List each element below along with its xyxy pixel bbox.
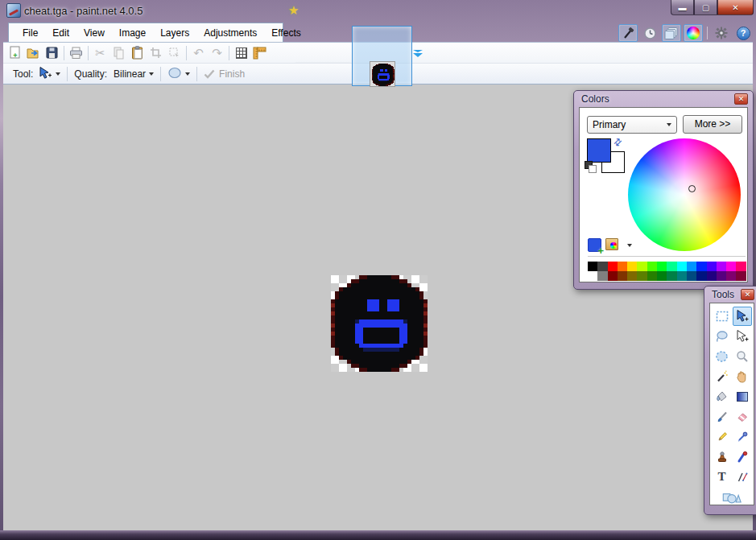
- palette-menu-arrow[interactable]: [627, 244, 632, 247]
- tool-zoom[interactable]: [733, 347, 752, 366]
- menu-file[interactable]: File: [15, 25, 45, 41]
- palette-swatch[interactable]: [736, 262, 746, 271]
- settings-button[interactable]: [712, 24, 731, 42]
- color-wheel-cursor[interactable]: [688, 185, 696, 192]
- menu-image[interactable]: Image: [112, 25, 153, 41]
- swap-colors-icon[interactable]: ⇅: [611, 135, 625, 149]
- selection-mode-dropdown-arrow[interactable]: [185, 72, 190, 76]
- paste-button[interactable]: [128, 44, 147, 62]
- colors-panel-titlebar[interactable]: Colors ✕: [574, 91, 753, 107]
- finish-button[interactable]: Finish: [204, 68, 245, 80]
- print-button[interactable]: [67, 44, 85, 62]
- tool-text[interactable]: T: [713, 468, 732, 487]
- palette-swatch[interactable]: [657, 262, 667, 271]
- palette-swatch[interactable]: [677, 271, 687, 281]
- palette-swatch[interactable]: [627, 271, 637, 281]
- quality-dropdown-arrow[interactable]: [149, 72, 154, 76]
- pixel-grid-button[interactable]: [232, 44, 250, 62]
- tool-paint-bucket[interactable]: [713, 387, 732, 406]
- help-button[interactable]: ?: [733, 24, 753, 42]
- tool-dropdown-arrow[interactable]: [56, 72, 60, 76]
- layers-toggle-button[interactable]: [662, 24, 681, 42]
- palette-swatch[interactable]: [687, 262, 696, 271]
- tool-rectangle-select[interactable]: [713, 307, 732, 326]
- default-colors-icon[interactable]: [585, 161, 597, 174]
- tool-line-curve[interactable]: [733, 468, 752, 487]
- palette-swatch[interactable]: [687, 271, 696, 281]
- palette-swatch[interactable]: [667, 262, 676, 271]
- palette-swatch[interactable]: [707, 262, 717, 271]
- tool-lasso-select[interactable]: [713, 327, 732, 346]
- palette-swatch[interactable]: [736, 271, 746, 281]
- tool-ellipse-select[interactable]: [713, 347, 732, 366]
- image-selection[interactable]: [331, 275, 428, 372]
- more-button[interactable]: More >>: [683, 115, 742, 134]
- palette-swatch[interactable]: [608, 262, 618, 271]
- menu-adjustments[interactable]: Adjustments: [196, 25, 264, 41]
- palette-swatch[interactable]: [597, 271, 607, 281]
- palette-swatch[interactable]: [647, 271, 657, 281]
- tools-panel-titlebar[interactable]: Tools ✕: [704, 286, 756, 303]
- tool-shapes[interactable]: [722, 488, 742, 507]
- palette-swatch[interactable]: [588, 271, 597, 281]
- new-document-button[interactable]: +: [6, 44, 24, 62]
- close-button[interactable]: ✕: [717, 0, 754, 15]
- palette-swatch[interactable]: [726, 262, 736, 271]
- maximize-button[interactable]: ▢: [694, 0, 717, 15]
- crop-button[interactable]: [147, 44, 165, 62]
- quality-value[interactable]: Bilinear: [114, 68, 146, 80]
- tools-panel-close-button[interactable]: ✕: [741, 289, 754, 300]
- colors-panel-close-button[interactable]: ✕: [734, 93, 748, 105]
- palette-swatch[interactable]: [618, 271, 627, 281]
- cut-button[interactable]: ✂: [91, 44, 109, 62]
- tool-eraser[interactable]: [733, 407, 752, 427]
- menu-layers[interactable]: Layers: [153, 25, 196, 41]
- tool-recolor[interactable]: [733, 447, 752, 467]
- tool-move-selection[interactable]: [733, 327, 752, 346]
- menu-effects[interactable]: Effects: [264, 25, 308, 41]
- palette-swatch[interactable]: [657, 271, 667, 281]
- primary-color-swatch[interactable]: [587, 138, 611, 163]
- minimize-button[interactable]: ▬: [671, 0, 694, 15]
- selection-mode-button[interactable]: [167, 67, 182, 81]
- tool-pencil[interactable]: [713, 427, 732, 447]
- palette-swatch[interactable]: [726, 271, 736, 281]
- palette-swatch[interactable]: [597, 262, 607, 271]
- palette-swatch[interactable]: [618, 262, 627, 271]
- save-button[interactable]: [43, 44, 61, 62]
- open-button[interactable]: [24, 44, 43, 62]
- deselect-button[interactable]: [165, 44, 184, 62]
- history-toggle-button[interactable]: [640, 24, 659, 42]
- copy-button[interactable]: [109, 44, 128, 62]
- palette-swatch[interactable]: [637, 271, 647, 281]
- palette-swatch[interactable]: [707, 271, 717, 281]
- palette-swatch[interactable]: [637, 262, 647, 271]
- palette-swatch[interactable]: [608, 271, 618, 281]
- color-target-dropdown[interactable]: Primary: [587, 116, 677, 134]
- redo-button[interactable]: ↷: [208, 44, 226, 62]
- palette-swatch[interactable]: [627, 262, 637, 271]
- palette-swatch[interactable]: [696, 262, 706, 271]
- palette-swatch[interactable]: [588, 262, 597, 271]
- tool-move-selected-pixels[interactable]: [733, 307, 752, 326]
- palette-swatch[interactable]: [717, 271, 726, 281]
- palette-swatch[interactable]: [677, 262, 687, 271]
- undo-button[interactable]: ↶: [189, 44, 208, 62]
- palette-swatch[interactable]: [717, 262, 726, 271]
- rulers-button[interactable]: [250, 44, 269, 62]
- palette-swatch[interactable]: [667, 271, 676, 281]
- menu-edit[interactable]: Edit: [45, 25, 76, 41]
- tool-color-picker[interactable]: [733, 427, 752, 447]
- menu-view[interactable]: View: [76, 25, 112, 41]
- tool-gradient[interactable]: [733, 387, 752, 406]
- tool-clone-stamp[interactable]: [713, 447, 732, 467]
- add-color-button[interactable]: [588, 238, 601, 252]
- tool-pan[interactable]: [733, 367, 752, 386]
- palette-swatch[interactable]: [696, 271, 706, 281]
- palette-swatch[interactable]: [647, 262, 657, 271]
- color-wheel[interactable]: [628, 138, 741, 251]
- image-list-overflow-icon[interactable]: [413, 49, 423, 57]
- current-tool-icon[interactable]: [38, 66, 52, 82]
- tool-magic-wand[interactable]: [713, 367, 732, 386]
- palette-menu-button[interactable]: [605, 238, 618, 250]
